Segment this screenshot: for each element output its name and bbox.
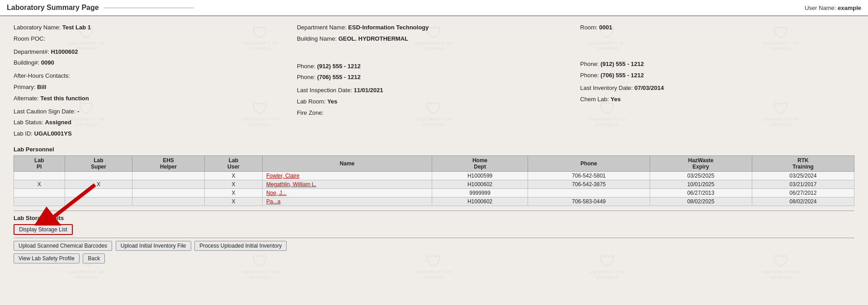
chem-lab-label: Chem Lab: — [580, 96, 609, 103]
header: Laboratory Summary Page User Name: examp… — [0, 0, 868, 16]
personnel-cell: 08/02/2024 — [752, 197, 854, 206]
lab-info-right: Room: 0001 Phone: (912) 555 - 1212 Phone… — [580, 23, 854, 141]
personnel-cell: 706-583-0449 — [528, 197, 650, 206]
lab-status-row: Lab Status: Assigned — [14, 118, 288, 127]
personnel-cell — [132, 180, 205, 188]
personnel-table: LabPI LabSuper EHSHelper LabUser Name Ho… — [14, 155, 854, 206]
page-title: Laboratory Summary Page — [7, 4, 99, 12]
personnel-cell: X — [65, 180, 132, 188]
right-phone1-label: Phone: — [580, 61, 599, 67]
lab-id-row: Lab ID: UGAL0001YS — [14, 129, 288, 139]
building-name-value: GEOL. HYDROTHERMAL — [338, 35, 408, 42]
primary-label: Primary: — [14, 84, 35, 90]
right-phone2-row: Phone: (706) 555 - 1212 — [580, 71, 854, 80]
lab-name-row: Laboratory Name: Test Lab 1 — [14, 23, 288, 33]
personnel-cell: X — [204, 188, 262, 197]
alternate-row: Alternate: Test this function — [14, 94, 288, 103]
right-phone2-value: (706) 555 - 1212 — [600, 72, 644, 79]
col-name: Name — [263, 155, 432, 171]
right-phone1-row: Phone: (912) 555 - 1212 — [580, 60, 854, 69]
personnel-cell — [132, 188, 205, 197]
personnel-cell: H1000602 — [432, 180, 528, 188]
alternate-label: Alternate: — [14, 95, 39, 102]
personnel-name-link[interactable]: Fowler, Claire — [266, 173, 299, 179]
personnel-name-cell[interactable]: Pa...a — [263, 197, 432, 206]
personnel-cell: 706-542-3875 — [528, 180, 650, 188]
lab-info-left: Laboratory Name: Test Lab 1 Room POC: De… — [14, 23, 288, 141]
last-inspection-value: 11/01/2021 — [354, 87, 383, 94]
personnel-name-cell[interactable]: Fowler, Claire — [263, 171, 432, 180]
lab-room-label: Lab Room: — [297, 98, 326, 105]
upload-initial-button[interactable]: Upload Initial Inventory File — [116, 241, 191, 251]
personnel-cell: 10/01/2025 — [650, 180, 752, 188]
personnel-cell: 03/21/2017 — [752, 180, 854, 188]
last-caution-row: Last Caution Sign Date: - — [14, 107, 288, 117]
personnel-cell: 03/25/2024 — [752, 171, 854, 180]
lab-status-label: Lab Status: — [14, 119, 43, 126]
dept-name-label: Department Name: — [297, 24, 347, 31]
building-name-label: Building Name: — [297, 35, 337, 42]
right-phone2-label: Phone: — [580, 72, 599, 79]
user-label: User Name: — [805, 5, 836, 11]
display-storage-list-button[interactable]: Display Storage List — [14, 224, 73, 235]
table-row: XXXMegathlin, William L.H1000602706-542-… — [14, 180, 854, 188]
personnel-name-link[interactable]: Pa...a — [266, 198, 280, 205]
personnel-section-title: Lab Personnel — [14, 146, 854, 153]
last-inspection-row: Last Inspection Date: 11/01/2021 — [297, 86, 571, 95]
dept-num-value: H1000602 — [51, 48, 78, 55]
dept-num-label: Department#: — [14, 48, 49, 55]
col-lab-super: LabSuper — [65, 155, 132, 171]
middle-phone1-value: (912) 555 - 1212 — [317, 63, 360, 70]
building-num-value: 0090 — [41, 59, 54, 66]
lab-info-middle: Department Name: ESD-Information Technol… — [297, 23, 571, 141]
alternate-value: Test this function — [40, 95, 89, 102]
right-phone1-value: (912) 555 - 1212 — [600, 61, 644, 67]
user-info: User Name: example — [805, 5, 861, 11]
col-lab-user: LabUser — [204, 155, 262, 171]
dept-name-row: Department Name: ESD-Information Technol… — [297, 23, 571, 33]
back-button[interactable]: Back — [83, 253, 105, 263]
after-hours-label: After-Hours Contacts: — [14, 71, 288, 81]
fire-zone-row: Fire Zone: — [297, 108, 571, 118]
personnel-cell — [132, 171, 205, 180]
lab-status-value: Assigned — [45, 119, 71, 126]
middle-phone2-value: (706) 555 - 1212 — [317, 74, 360, 80]
building-num-row: Building#: 0090 — [14, 58, 288, 68]
personnel-name-cell[interactable]: Megathlin, William L. — [263, 180, 432, 188]
personnel-cell: 06/27/2012 — [752, 188, 854, 197]
last-inventory-value: 07/03/2014 — [634, 84, 664, 91]
chem-lab-row: Chem Lab: Yes — [580, 95, 854, 104]
process-uploaded-button[interactable]: Process Uploaded Initial Inventory — [194, 241, 287, 251]
personnel-cell: X — [204, 197, 262, 206]
col-lab-pi: LabPI — [14, 155, 65, 171]
personnel-cell — [65, 188, 132, 197]
last-caution-label: Last Caution Sign Date: — [14, 108, 75, 115]
personnel-cell — [14, 197, 65, 206]
personnel-name-cell[interactable]: Noe, J... — [263, 188, 432, 197]
col-rtk: RTKTraining — [752, 155, 854, 171]
lab-id-label: Lab ID: — [14, 130, 33, 137]
personnel-table-container: LabPI LabSuper EHSHelper LabUser Name Ho… — [14, 155, 854, 206]
upload-scanned-button[interactable]: Upload Scanned Chemical Barcodes — [14, 241, 112, 251]
view-safety-profile-button[interactable]: View Lab Safety Profile — [14, 253, 80, 263]
actions-section: Upload Scanned Chemical Barcodes Upload … — [14, 238, 854, 263]
primary-value: Bill — [37, 84, 46, 90]
lab-name-label: Laboratory Name: — [14, 24, 61, 31]
table-row: XPa...aH1000602706-583-044908/02/202508/… — [14, 197, 854, 206]
lab-room-value: Yes — [327, 98, 337, 105]
storage-button-row: Display Storage List — [14, 224, 854, 235]
personnel-cell: H1000602 — [432, 197, 528, 206]
main-content: Laboratory Name: Test Lab 1 Room POC: De… — [0, 16, 868, 273]
room-value: 0001 — [599, 24, 612, 31]
nav-buttons-row: View Lab Safety Profile Back — [14, 253, 854, 263]
personnel-name-link[interactable]: Noe, J... — [266, 190, 287, 196]
primary-row: Primary: Bill — [14, 83, 288, 92]
lab-room-row: Lab Room: Yes — [297, 97, 571, 107]
col-home-dept: HomeDept — [432, 155, 528, 171]
personnel-name-link[interactable]: Megathlin, William L. — [266, 181, 316, 188]
dept-num-row: Department#: H1000602 — [14, 47, 288, 57]
storage-section-title: Lab Storage Units — [14, 215, 854, 221]
col-ehs-helper: EHSHelper — [132, 155, 205, 171]
room-row: Room: 0001 — [580, 23, 854, 33]
personnel-cell: H1000599 — [432, 171, 528, 180]
